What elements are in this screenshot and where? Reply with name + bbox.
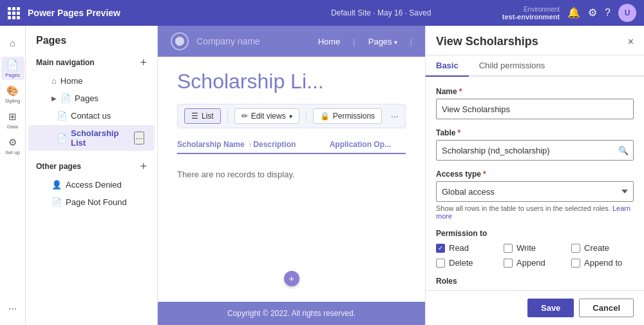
table-input[interactable] — [436, 140, 634, 161]
settings-button[interactable]: ⚙ — [588, 8, 597, 18]
other-pages-label: Other pages — [36, 162, 81, 171]
nav-setup[interactable]: ⚙ Set up — [1, 134, 24, 157]
preview-nav-separator: | — [353, 37, 355, 46]
roles-group: Roles + Add roles 👥 Anonymous Users ⋯ 👥 … — [436, 277, 634, 290]
append-checkbox[interactable] — [504, 259, 513, 268]
notifications-button[interactable]: 🔔 — [567, 8, 580, 18]
toolbar-separator2 — [306, 110, 307, 123]
permissions-button[interactable]: 🔒 Permissions — [313, 108, 382, 124]
preview-nav-separator2: | — [410, 37, 412, 46]
env-label: Environment — [502, 6, 560, 13]
sidebar-item-not-found-label: Page Not Found — [66, 197, 127, 207]
create-label: Create — [584, 243, 609, 253]
user-avatar[interactable]: U — [618, 4, 636, 22]
permission-to-label: Permission to — [436, 229, 634, 238]
preview-empty-state: There are no records to display. — [177, 157, 406, 192]
scholarship-more-button[interactable]: ··· — [134, 132, 144, 144]
write-checkbox[interactable] — [504, 244, 513, 253]
preview-nav: Home | Pages | — [318, 37, 412, 46]
table-required: * — [457, 128, 460, 137]
contact-nav-icon: 📄 — [57, 111, 67, 121]
toolbar-more-button[interactable]: ··· — [391, 111, 399, 121]
app-title: Power Pages Preview — [28, 8, 260, 18]
col-scholarship-name: Scholarship Name ↑ — [177, 140, 253, 149]
append-to-checkbox[interactable] — [571, 259, 580, 268]
nav-pages[interactable]: 📄 Pages — [1, 57, 24, 80]
append-label: Append — [516, 258, 545, 268]
list-view-button[interactable]: ☰ List — [184, 108, 221, 124]
other-pages-section: Other pages + — [26, 157, 157, 176]
tab-basic[interactable]: Basic — [426, 55, 469, 77]
pages-chevron-icon: ▶ — [52, 95, 57, 102]
permission-to-group: Permission to Read Write Create — [436, 229, 634, 268]
add-main-nav-button[interactable]: + — [140, 57, 147, 68]
access-denied-icon: 👤 — [52, 180, 62, 190]
sidebar-item-home[interactable]: ⌂ Home — [28, 73, 155, 89]
nav-pages-label: Pages — [5, 72, 20, 78]
preview-company-name: Company name — [196, 36, 260, 46]
table-search-icon: 🔍 — [618, 146, 629, 155]
access-hint: Show all rows in the table to users in t… — [436, 204, 634, 220]
setup-icon: ⚙ — [8, 137, 17, 148]
preview-footer: Copyright © 2022. All rights reserved. — [158, 302, 425, 325]
sidebar-title: Pages — [26, 26, 157, 53]
help-button[interactable]: ? — [605, 8, 611, 18]
sidebar-item-contact[interactable]: 📄 Contact us — [28, 108, 155, 124]
resize-handle[interactable]: + — [284, 271, 299, 286]
permission-append: Append — [504, 258, 566, 268]
sidebar-item-scholarship-label: Scholarship List — [71, 128, 130, 148]
nav-more[interactable]: ··· — [8, 298, 17, 320]
sort-icon: ↑ — [249, 141, 252, 148]
preview-body: Scholarship Li... ☰ List ✏ Edit views ▾ — [158, 57, 425, 205]
save-button[interactable]: Save — [527, 299, 574, 317]
sidebar-item-pages-label: Pages — [75, 94, 99, 103]
cancel-button[interactable]: Cancel — [579, 299, 634, 317]
create-checkbox[interactable] — [571, 244, 580, 253]
sidebar-item-scholarship[interactable]: 📄 Scholarship List ··· — [28, 125, 155, 151]
preview-logo — [171, 32, 189, 50]
panel-footer: Save Cancel — [426, 290, 644, 325]
list-icon: ☰ — [191, 112, 198, 121]
sidebar-item-access-denied[interactable]: 👤 Access Denied — [28, 177, 155, 193]
not-found-icon: 📄 — [52, 197, 62, 207]
tab-child-permissions[interactable]: Child permissions — [469, 55, 556, 77]
panel-header: View Scholarships × — [426, 26, 644, 55]
permission-write: Write — [504, 243, 566, 253]
panel-title: View Scholarships — [436, 35, 538, 48]
table-label: Table * — [436, 128, 634, 137]
preview-nav-home[interactable]: Home — [318, 37, 341, 46]
nav-styling[interactable]: 🎨 Styling — [1, 83, 24, 106]
pages-nav-icon: 📄 — [61, 94, 71, 103]
roles-label: Roles — [436, 277, 634, 286]
toolbar-separator1 — [227, 110, 228, 123]
nav-home[interactable]: ⌂ — [1, 31, 24, 54]
environment-info: Environment test-environment — [502, 6, 560, 21]
preview-table-header: Scholarship Name ↑ Description Applicati… — [177, 136, 406, 154]
edit-views-button[interactable]: ✏ Edit views ▾ — [234, 108, 299, 124]
scholarship-nav-icon: 📄 — [57, 133, 67, 143]
permissions-label: Permissions — [333, 112, 375, 121]
name-input[interactable] — [436, 99, 634, 119]
add-other-page-button[interactable]: + — [140, 161, 147, 172]
delete-checkbox[interactable] — [436, 259, 445, 268]
env-name: test-environment — [502, 13, 560, 21]
sidebar-item-not-found[interactable]: 📄 Page Not Found — [28, 194, 155, 210]
name-required: * — [459, 87, 462, 96]
edit-views-chevron: ▾ — [289, 113, 292, 120]
read-checkbox[interactable] — [436, 244, 445, 253]
append-to-label: Append to — [584, 258, 622, 268]
sidebar-item-pages[interactable]: ▶ 📄 Pages — [28, 90, 155, 106]
edit-views-icon: ✏ — [242, 112, 248, 121]
access-type-select[interactable]: Global access Contact Account — [436, 181, 634, 202]
panel-close-button[interactable]: × — [628, 36, 634, 48]
main-nav-label: Main navigation — [36, 58, 95, 67]
table-input-wrapper: 🔍 — [436, 140, 634, 161]
permissions-icon: 🔒 — [320, 112, 330, 121]
preview-page-title: Scholarship Li... — [177, 70, 406, 94]
panel: View Scholarships × Basic Child permissi… — [425, 26, 644, 325]
sidebar: Pages Main navigation + ⌂ Home ▶ 📄 Pages… — [26, 26, 158, 325]
main-area: ⌂ 📄 Pages 🎨 Styling ⊞ Data ⚙ Set up ··· … — [0, 26, 644, 325]
nav-data[interactable]: ⊞ Data — [1, 108, 24, 132]
preview-nav-pages[interactable]: Pages — [368, 37, 397, 46]
col-description: Description — [253, 140, 329, 149]
